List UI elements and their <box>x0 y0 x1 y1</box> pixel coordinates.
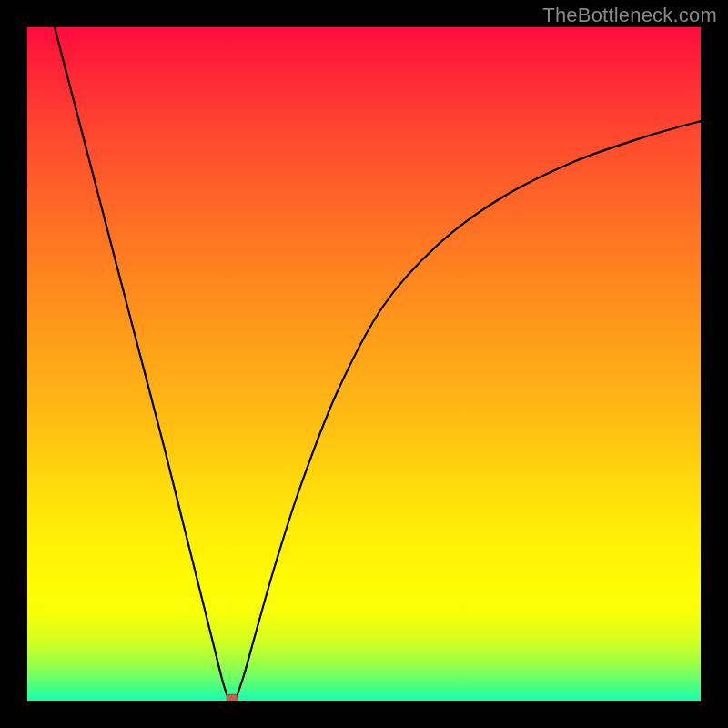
chart-frame: TheBottleneck.com <box>0 0 728 728</box>
watermark-text: TheBottleneck.com <box>542 4 717 27</box>
plot-area <box>27 27 701 701</box>
curve-layer <box>27 27 701 701</box>
min-marker <box>227 694 238 701</box>
bottleneck-curve <box>55 27 701 699</box>
